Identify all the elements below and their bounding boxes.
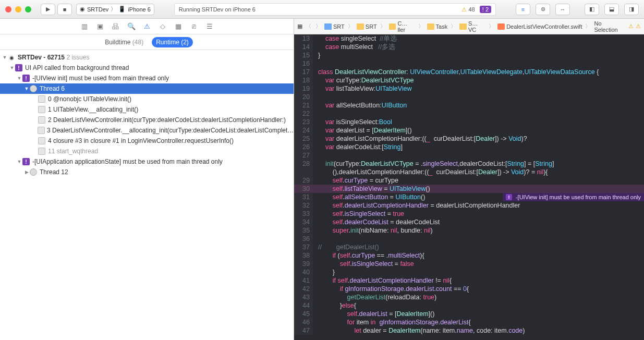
code-line[interactable] [313, 59, 644, 68]
forward-icon[interactable]: 〉 [314, 22, 322, 30]
back-icon[interactable]: 〈 [305, 22, 312, 30]
code-line[interactable]: var dealerCodeList:[String] [313, 143, 644, 151]
code-line[interactable]: case multiSelect //多选 [313, 43, 644, 51]
code-line[interactable] [313, 235, 644, 243]
panel-right-icon[interactable]: ◨ [624, 4, 639, 15]
editor-version-icon[interactable]: ↔ [555, 4, 570, 15]
code-line[interactable]: var allSelectButton:UIButton [313, 101, 644, 110]
find-nav-icon[interactable]: 🔍 [127, 22, 136, 30]
editor-standard-icon[interactable]: ≡ [516, 4, 530, 15]
run-button[interactable]: ▶ [41, 4, 55, 15]
toolbar-right: ≡ ⊚ ↔ ◧ ⬓ ◨ [516, 4, 639, 15]
issue-nav-icon[interactable]: ⚠ [143, 22, 151, 30]
code-line[interactable]: super.init(nibName: nil, bundle: nil) [313, 226, 644, 235]
code-line[interactable]: } [313, 268, 644, 276]
breakpoint-nav-icon[interactable]: ⎚ [190, 22, 198, 30]
test-nav-icon[interactable]: ◇ [159, 22, 167, 30]
tree-thread-12[interactable]: ▶ Thread 12 [0, 167, 294, 177]
code-line[interactable]: if gInformationStorage.dealerList.count … [313, 285, 644, 293]
code-line[interactable]: var isSingleSelect:Bool [313, 118, 644, 126]
jump-bar[interactable]: ▦ 〈 〉 SRT〉 SRT〉 C…ller〉 Task〉 S…VC〉 Deal… [294, 19, 644, 34]
project-nav-icon[interactable]: ▥ [80, 22, 89, 30]
code-line[interactable]: }else{ [313, 301, 644, 310]
code-line[interactable]: let dealer = DealerItem(name: item.name,… [313, 326, 644, 335]
code-line[interactable] [313, 93, 644, 101]
source-nav-icon[interactable]: ▣ [96, 22, 104, 30]
debug-nav-icon[interactable]: ▦ [174, 22, 183, 30]
code-line[interactable] [313, 110, 644, 118]
activity-status[interactable]: Running SRTDev on iPhone 6 ⚠48 ! 2 [174, 3, 496, 16]
code-line[interactable]: self.listTableView = UITableView()! -[UI… [313, 185, 644, 193]
panel-bottom-icon[interactable]: ⬓ [604, 4, 619, 15]
line-number: 24 [294, 126, 313, 135]
source-editor[interactable]: 1314151617181920212223242526272829303132… [294, 34, 644, 340]
code-line[interactable]: class DealerListViewController: UIViewCo… [313, 68, 644, 76]
breadcrumb[interactable]: Task [427, 23, 448, 30]
related-items-icon[interactable]: ▦ [297, 23, 302, 30]
code-line[interactable]: if (self.curType == .multiSelect){ [313, 251, 644, 260]
code-line[interactable]: case singleSelect //单选 [313, 34, 644, 43]
tab-runtime[interactable]: Runtime (2) [152, 37, 193, 47]
code-line[interactable]: } [313, 51, 644, 59]
tree-issue-item[interactable]: ▼! -[UIView init] must be used from main… [0, 73, 294, 83]
code-line[interactable]: self.dealerList = [DealerItem]() [313, 310, 644, 318]
tree-frame[interactable]: 2 DealerListViewController.init(curType:… [0, 115, 294, 125]
breadcrumb[interactable]: SRT [324, 23, 345, 30]
editor-assistant-icon[interactable]: ⊚ [536, 4, 550, 15]
panel-left-icon[interactable]: ◧ [585, 4, 599, 15]
breadcrumb[interactable]: C…ller [389, 20, 415, 33]
code-line[interactable]: if self.dealerListCompletionHandler != n… [313, 276, 644, 285]
tree-frame[interactable]: 11 start_wqthread [0, 146, 294, 156]
line-number: 46 [294, 318, 313, 326]
line-number: 14 [294, 43, 313, 51]
code-line[interactable]: getDealerList(reloadData: true) [313, 293, 644, 301]
tree-frame[interactable]: 1 UITableView.__allocating_init() [0, 104, 294, 115]
code-line[interactable]: var dealerListCompletionHandler:((_ curD… [313, 135, 644, 143]
zoom-icon[interactable] [25, 6, 31, 13]
error-badge[interactable]: ! 2 [480, 6, 491, 13]
tree-issue-group[interactable]: ▼! UI API called from background thread [0, 63, 294, 73]
tree-thread-6[interactable]: ▼ Thread 6 [0, 83, 294, 94]
report-nav-icon[interactable]: ☰ [205, 22, 214, 30]
issue-stepper-icon[interactable]: ⚠ [628, 23, 634, 30]
code-line[interactable]: var curType:DealerListVCType [313, 76, 644, 84]
code-line[interactable] [313, 151, 644, 160]
breadcrumb-selection[interactable]: No Selection [594, 20, 626, 33]
code-line[interactable]: (),dealerListCompletionHandler:((_ curDe… [313, 168, 644, 176]
code-line[interactable]: // getDealerList() [313, 243, 644, 251]
breadcrumb[interactable]: SRT [357, 23, 377, 30]
code-line[interactable]: self.curType = curType [313, 176, 644, 185]
code-line[interactable]: self.dealerListCompletionHandler = deale… [313, 201, 644, 210]
scheme-selector[interactable]: ◉ SRTDev 〉 📱 iPhone 6 [76, 4, 154, 15]
line-number: 42 [294, 285, 313, 293]
tree-frame[interactable]: 4 closure #3 in closure #1 in LoginViewC… [0, 136, 294, 146]
code-line[interactable]: var dealerList = [DealerItem]() [313, 126, 644, 135]
issue-stepper-icon[interactable]: ⚠ [636, 23, 641, 30]
tree-frame[interactable]: 0 @nonobjc UITableView.init() [0, 94, 294, 104]
target-icon: ◉ [80, 6, 85, 13]
tab-buildtime[interactable]: Buildtime (48) [101, 37, 148, 47]
tree-project[interactable]: ▼◉ SRTDev - 62715 2 issues [0, 52, 294, 63]
symbol-nav-icon[interactable]: 品 [112, 22, 120, 31]
warning-badge[interactable]: ⚠48 [461, 6, 475, 13]
line-number: 23 [294, 118, 313, 126]
device-icon: 📱 [118, 6, 126, 13]
tree-issue-item[interactable]: ▼! -[UIApplication applicationState] mus… [0, 156, 294, 167]
tree-frame[interactable]: 3 DealerListViewController.__allocating_… [0, 125, 294, 136]
code-line[interactable]: self.allSelectButton = UIButton() [313, 193, 644, 201]
close-icon[interactable] [5, 6, 11, 13]
code-line[interactable]: self.isSingleSelect = true [313, 210, 644, 218]
breadcrumb[interactable]: S…VC [459, 20, 485, 33]
code-line[interactable]: for item in gInformationStorage.dealerLi… [313, 318, 644, 326]
line-number: 26 [294, 143, 313, 151]
code-line[interactable]: self.isSingleSelect = false [313, 260, 644, 268]
stop-button[interactable]: ■ [57, 4, 72, 15]
breadcrumb-file[interactable]: DealerListViewController.swift [497, 23, 582, 30]
line-number: 17 [294, 68, 313, 76]
line-number: 29 [294, 176, 313, 185]
code-line[interactable]: self.dealerCodeList = dealerCodeList [313, 218, 644, 226]
minimize-icon[interactable] [15, 6, 21, 13]
code-line[interactable]: init(curType:DealerListVCType = .singleS… [313, 160, 644, 168]
code-line[interactable]: var listTableView:UITableView [313, 84, 644, 93]
line-number: 32 [294, 201, 313, 210]
